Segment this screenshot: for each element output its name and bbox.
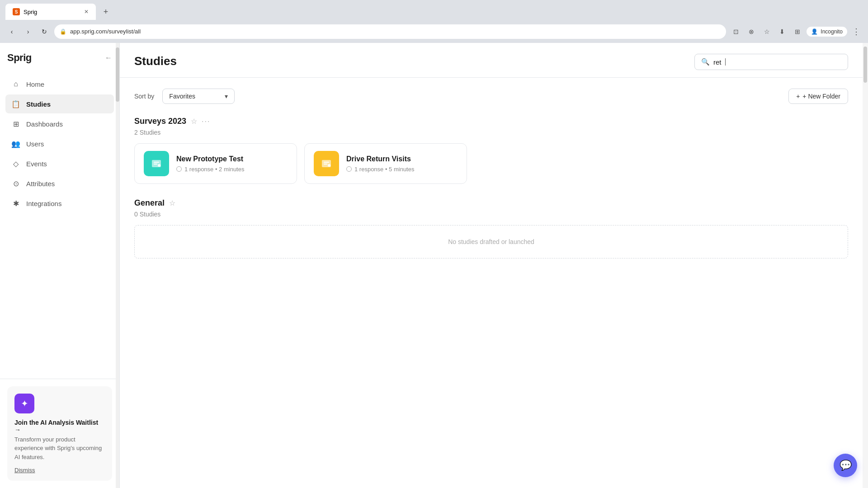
logo: Sprig	[7, 52, 32, 64]
browser-nav-bar: ‹ › ↻ 🔒 app.sprig.com/surveylist/all ⊡ ⊗…	[0, 20, 868, 43]
study-icon-new-prototype-test	[144, 151, 169, 176]
svg-rect-5	[324, 162, 329, 163]
tab-favicon: S	[13, 8, 20, 15]
folder-header-general: General ☆	[134, 198, 848, 208]
app-container: Sprig ← ⌂ Home 📋 Studies ⊞ Dashboards 👥 …	[0, 43, 868, 488]
sidebar-item-integrations-label: Integrations	[26, 200, 61, 207]
incognito-button[interactable]: 👤 Incognito	[807, 27, 847, 37]
sidebar-item-integrations[interactable]: ✱ Integrations	[5, 194, 114, 213]
empty-state-general: No studies drafted or launched	[134, 225, 848, 258]
svg-rect-1	[154, 162, 159, 163]
dismiss-button[interactable]: Dismiss	[14, 467, 105, 474]
chat-icon: 💬	[840, 460, 852, 471]
study-meta-text-new-prototype-test: 1 response • 2 minutes	[184, 166, 244, 173]
browser-chrome: S Sprig ✕ + ‹ › ↻ 🔒 app.sprig.com/survey…	[0, 0, 868, 43]
sidebar-item-events[interactable]: ◇ Events	[5, 154, 114, 173]
folder-name-surveys-2023: Surveys 2023	[134, 117, 186, 126]
browser-title-bar: S Sprig ✕ +	[0, 0, 868, 20]
forward-button[interactable]: ›	[22, 25, 34, 38]
sidebar-item-events-label: Events	[26, 160, 47, 168]
study-meta-new-prototype-test: 1 response • 2 minutes	[176, 166, 288, 173]
search-cursor	[725, 58, 726, 66]
study-card-drive-return-visits[interactable]: Drive Return Visits 1 response • 5 minut…	[304, 143, 467, 184]
studies-body: Sort by Favorites ▾ + + New Folder Surve…	[120, 78, 863, 488]
status-dot-new-prototype-test	[176, 166, 182, 172]
page-title: Studies	[134, 54, 177, 77]
cast-icon[interactable]: ⊡	[730, 25, 742, 38]
star-icon[interactable]: ☆	[760, 25, 773, 38]
sort-bar: Sort by Favorites ▾ + + New Folder	[134, 89, 848, 104]
sidebar-item-attributes[interactable]: ⊙ Attributes	[5, 174, 114, 193]
sidebar-bottom: ✦ Join the AI Analysis Waitlist → Transf…	[0, 379, 119, 488]
sort-dropdown[interactable]: Favorites ▾	[162, 89, 235, 104]
folder-general-star-icon[interactable]: ☆	[169, 199, 175, 207]
svg-rect-2	[154, 164, 157, 164]
main-content: Studies 🔍 ret Sort by Favorites ▾ + + Ne…	[120, 43, 863, 488]
ai-card-description: Transform your product experience with S…	[14, 435, 105, 462]
split-view-icon[interactable]: ⊞	[791, 25, 804, 38]
search-icon: 🔍	[701, 58, 710, 66]
main-scrollbar[interactable]	[863, 43, 868, 488]
sidebar-item-attributes-label: Attributes	[26, 180, 55, 188]
new-tab-button[interactable]: +	[99, 5, 112, 18]
new-folder-icon: +	[796, 93, 800, 100]
sidebar-item-home-label: Home	[26, 80, 44, 88]
svg-rect-6	[324, 164, 327, 164]
sidebar-scrollbar[interactable]	[116, 43, 119, 488]
folder-count-general: 0 Studies	[134, 211, 848, 218]
browser-tab[interactable]: S Sprig ✕	[5, 4, 96, 20]
sidebar-item-dashboards-label: Dashboards	[26, 120, 63, 128]
events-icon: ◇	[11, 159, 21, 169]
tab-title: Sprig	[24, 9, 37, 15]
sidebar-item-dashboards[interactable]: ⊞ Dashboards	[5, 114, 114, 133]
sidebar-item-home[interactable]: ⌂ Home	[5, 75, 114, 94]
sort-controls: Sort by Favorites ▾	[134, 89, 235, 104]
folder-star-icon[interactable]: ☆	[191, 117, 197, 126]
ai-card-icon: ✦	[14, 394, 34, 413]
study-card-new-prototype-test[interactable]: New Prototype Test 1 response • 2 minute…	[134, 143, 297, 184]
chat-bubble-button[interactable]: 💬	[834, 454, 857, 477]
main-scrollbar-thumb	[863, 47, 867, 83]
tab-close-button[interactable]: ✕	[84, 9, 89, 15]
back-button[interactable]: ‹	[5, 25, 18, 38]
download-icon[interactable]: ⬇	[776, 25, 788, 38]
studies-icon: 📋	[11, 99, 21, 109]
users-icon: 👥	[11, 139, 21, 149]
sidebar-nav: ⌂ Home 📋 Studies ⊞ Dashboards 👥 Users ◇ …	[0, 71, 119, 379]
folder-more-button[interactable]: ···	[202, 117, 210, 126]
folder-general: General ☆ 0 Studies No studies drafted o…	[134, 198, 848, 258]
integrations-icon: ✱	[11, 198, 21, 208]
browser-menu-button[interactable]: ⋮	[850, 25, 863, 38]
nav-actions: ⊡ ⊗ ☆ ⬇ ⊞ 👤 Incognito ⋮	[730, 25, 863, 38]
sidebar-item-studies[interactable]: 📋 Studies	[5, 94, 114, 113]
ai-analysis-card: ✦ Join the AI Analysis Waitlist → Transf…	[7, 386, 112, 481]
sort-label: Sort by	[134, 93, 154, 100]
url-text: app.sprig.com/surveylist/all	[70, 28, 141, 35]
incognito-avatar: 👤	[811, 28, 818, 35]
address-bar[interactable]: 🔒 app.sprig.com/surveylist/all	[54, 24, 726, 39]
attributes-icon: ⊙	[11, 178, 21, 188]
folder-name-general: General	[134, 198, 165, 208]
dashboards-icon: ⊞	[11, 119, 21, 129]
study-icon-drive-return-visits	[314, 151, 339, 176]
new-folder-button[interactable]: + + New Folder	[788, 89, 848, 104]
svg-point-3	[158, 164, 160, 167]
study-info-new-prototype-test: New Prototype Test 1 response • 2 minute…	[176, 155, 288, 173]
ai-card-title[interactable]: Join the AI Analysis Waitlist →	[14, 419, 105, 433]
sidebar-item-studies-label: Studies	[26, 100, 51, 108]
search-bar[interactable]: 🔍 ret	[694, 54, 848, 70]
camera-off-icon[interactable]: ⊗	[745, 25, 758, 38]
sidebar: Sprig ← ⌂ Home 📋 Studies ⊞ Dashboards 👥 …	[0, 43, 120, 488]
main-header: Studies 🔍 ret	[120, 43, 863, 78]
incognito-label: Incognito	[821, 28, 843, 35]
folder-count-surveys-2023: 2 Studies	[134, 129, 848, 136]
sidebar-scrollbar-thumb	[116, 47, 119, 102]
home-icon: ⌂	[11, 79, 21, 89]
refresh-button[interactable]: ↻	[38, 25, 51, 38]
folder-header-surveys-2023: Surveys 2023 ☆ ···	[134, 117, 848, 126]
sidebar-header: Sprig ←	[0, 43, 119, 71]
collapse-sidebar-button[interactable]: ←	[105, 54, 112, 62]
sidebar-item-users[interactable]: 👥 Users	[5, 134, 114, 153]
new-folder-label: + New Folder	[802, 93, 840, 100]
sort-value: Favorites	[169, 93, 195, 100]
